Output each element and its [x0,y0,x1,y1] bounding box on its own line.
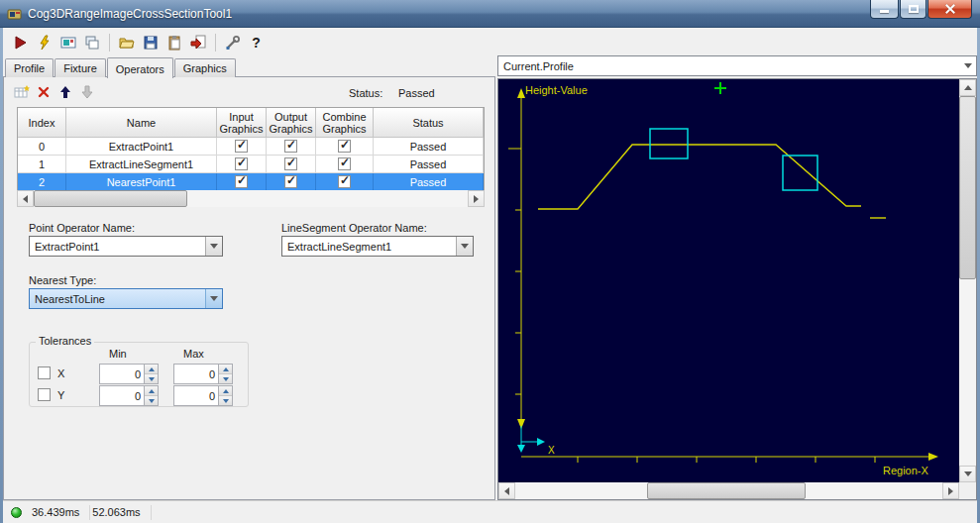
y-max-spinner[interactable]: 0 [173,385,233,406]
scroll-left-button[interactable] [17,190,34,207]
new-window-button[interactable] [80,31,103,53]
nearest-type-combobox[interactable]: NearestToLine [29,288,223,309]
status-led-icon [11,507,22,518]
spin-down-button[interactable] [145,396,158,405]
x-tolerance-checkbox[interactable] [38,366,51,379]
spin-up-button[interactable] [219,386,232,396]
spin-down-button[interactable] [219,374,232,383]
tolerances-groupbox: Tolerances Min Max X 0 0 Y 0 [29,342,249,407]
x-max-spinner[interactable]: 0 [173,364,233,384]
tab-graphics[interactable]: Graphics [174,58,236,77]
combine-graphics-checkbox[interactable] [338,140,351,153]
chevron-down-icon[interactable] [456,237,473,256]
spin-up-button[interactable] [145,386,158,396]
output-graphics-checkbox[interactable] [284,157,297,170]
nearest-type-label: Nearest Type: [29,274,96,286]
scrollbar-thumb[interactable] [647,482,806,499]
save-button[interactable] [139,31,162,53]
right-arrow-icon [474,195,479,203]
linesegment-operator-label: LineSegment Operator Name: [281,222,427,234]
toolbar-separator [215,34,216,52]
wrench-icon [225,35,241,51]
paste-button[interactable] [163,31,185,53]
output-graphics-checkbox[interactable] [284,140,297,153]
spinner-value[interactable]: 0 [174,386,218,405]
left-arrow-icon [504,487,509,495]
scroll-right-button[interactable] [468,190,485,207]
spinner-value[interactable]: 0 [100,365,144,383]
spin-up-button[interactable] [219,365,232,374]
scroll-right-button[interactable] [942,482,959,499]
combine-graphics-checkbox[interactable] [338,175,351,188]
spinner-buttons [144,386,158,405]
tab-profile[interactable]: Profile [5,58,54,77]
arrow-down-icon [79,84,95,100]
column-header-input-graphics[interactable]: Input Graphics [217,108,267,138]
plot-horizontal-scrollbar[interactable] [498,482,959,499]
input-graphics-checkbox[interactable] [235,157,248,170]
move-down-button[interactable] [77,82,97,102]
save-icon [143,35,159,51]
left-arrow-icon [23,195,28,203]
output-graphics-checkbox[interactable] [284,175,297,188]
close-button[interactable] [927,0,972,19]
chevron-down-icon[interactable] [205,289,222,308]
table-header-row: Index Name Input Graphics Output Graphic… [18,108,484,138]
combine-graphics-checkbox[interactable] [338,157,351,170]
delete-x-icon [36,84,52,100]
column-header-combine-graphics[interactable]: Combine Graphics [316,108,374,138]
profile-source-combobox[interactable]: Current.Profile [497,55,977,76]
linesegment-operator-combobox[interactable]: ExtractLineSegment1 [281,236,474,257]
minimize-button[interactable] [870,0,899,19]
tab-operators[interactable]: Operators [107,57,173,78]
import-button[interactable] [186,31,209,53]
x-min-spinner[interactable]: 0 [99,364,159,384]
table-horizontal-scrollbar[interactable] [17,190,485,207]
titlebar[interactable]: Cog3DRangeImageCrossSectionTool1 [0,0,980,28]
setup-button[interactable] [221,31,244,53]
column-header-status[interactable]: Status [374,108,484,138]
spin-up-button[interactable] [145,365,158,374]
window-icon[interactable] [7,6,23,22]
input-graphics-checkbox[interactable] [235,175,248,188]
profile-plot-canvas[interactable]: Height-Value Region-X X [498,79,959,482]
y-min-spinner[interactable]: 0 [99,385,159,406]
help-button[interactable]: ? [245,31,268,53]
add-operator-button[interactable] [12,82,32,102]
table-row[interactable]: 2 NearestPoint1 Passed [18,173,484,191]
delete-operator-button[interactable] [34,82,54,102]
point-operator-combobox[interactable]: ExtractPoint1 [29,236,223,257]
y-tolerance-checkbox[interactable] [38,388,51,401]
chevron-down-icon[interactable] [205,237,222,256]
spinner-buttons [218,386,232,405]
image-display-button[interactable] [56,31,79,53]
chevron-down-icon[interactable] [959,56,976,75]
minimize-icon [880,10,889,13]
table-row[interactable]: 1 ExtractLineSegment1 Passed [18,156,484,173]
plot-vertical-scrollbar[interactable] [959,79,976,482]
input-graphics-checkbox[interactable] [235,140,248,153]
spin-down-button[interactable] [145,374,158,383]
table-row[interactable]: 0 ExtractPoint1 Passed [18,138,484,156]
scrollbar-thumb[interactable] [34,190,187,207]
run-button[interactable] [9,31,32,53]
column-header-name[interactable]: Name [66,108,217,138]
tab-fixture[interactable]: Fixture [54,58,106,77]
column-header-index[interactable]: Index [18,108,66,138]
column-header-output-graphics[interactable]: Output Graphics [267,108,316,138]
spinner-value[interactable]: 0 [100,386,144,405]
scroll-left-button[interactable] [498,482,515,499]
run-icon [13,35,29,51]
cell-status: Passed [374,173,484,191]
maximize-button[interactable] [900,0,926,19]
point-operator-label: Point Operator Name: [29,222,135,234]
spin-down-button[interactable] [219,396,232,405]
open-button[interactable] [115,31,138,53]
spinner-buttons [144,365,158,383]
scroll-up-button[interactable] [959,79,976,96]
electric-run-button[interactable] [33,31,55,53]
scroll-down-button[interactable] [959,466,976,482]
spinner-value[interactable]: 0 [174,365,218,383]
scrollbar-thumb[interactable] [959,96,976,279]
move-up-button[interactable] [55,82,75,102]
